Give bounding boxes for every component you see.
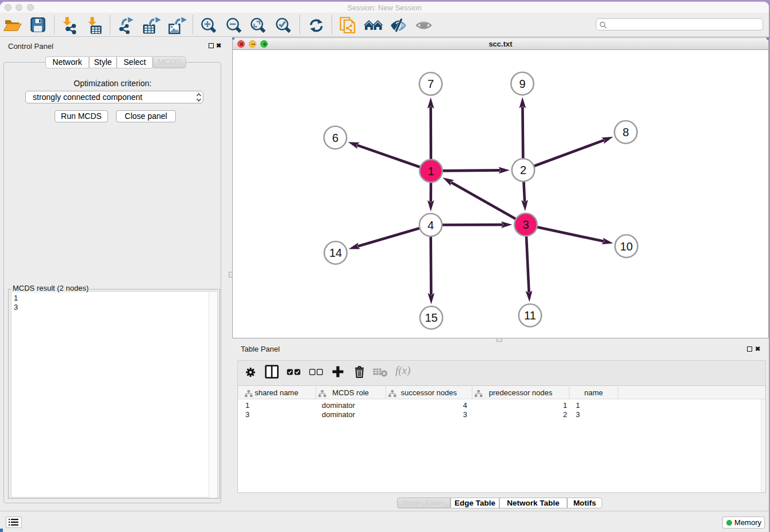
svg-text:2: 2 <box>520 164 526 176</box>
svg-text:11: 11 <box>524 309 536 322</box>
svg-text:4: 4 <box>428 219 434 232</box>
svg-text:6: 6 <box>332 132 338 144</box>
svg-text:9: 9 <box>519 78 525 90</box>
svg-text:1: 1 <box>428 165 434 178</box>
svg-text:14: 14 <box>329 246 342 259</box>
svg-text:8: 8 <box>622 126 629 138</box>
svg-text:10: 10 <box>620 240 633 253</box>
svg-text:7: 7 <box>428 78 434 90</box>
svg-text:3: 3 <box>522 218 529 231</box>
svg-text:15: 15 <box>425 311 437 324</box>
